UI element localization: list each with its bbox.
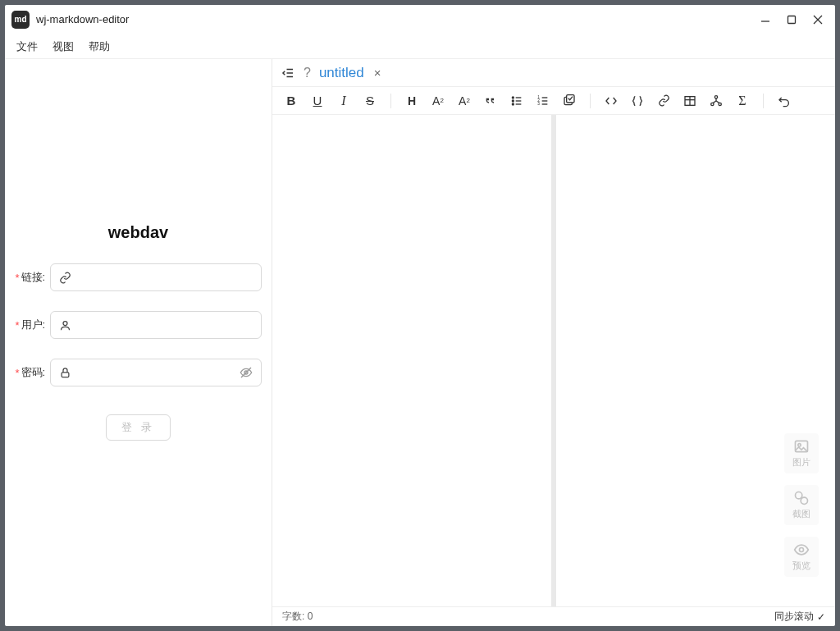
titlebar-left: md wj-markdown-editor [11, 11, 129, 29]
field-user: * 用户: [16, 311, 262, 339]
menu-help[interactable]: 帮助 [89, 39, 110, 54]
diagram-button[interactable] [709, 94, 724, 108]
code-button[interactable] [604, 94, 619, 108]
user-input[interactable] [78, 319, 252, 332]
toolbar-separator [390, 94, 391, 108]
insert-image-button[interactable]: 图片 [784, 433, 819, 473]
superscript-button[interactable]: A2 [457, 94, 472, 108]
svg-line-38 [801, 497, 802, 499]
link-icon [59, 272, 71, 284]
required-asterisk: * [16, 319, 20, 332]
svg-rect-5 [62, 372, 69, 377]
svg-point-11 [512, 97, 514, 98]
preview-button[interactable]: 预览 [784, 537, 819, 577]
menu-file[interactable]: 文件 [16, 39, 38, 54]
statusbar: 字数: 0 同步滚动 ✓ [272, 606, 835, 626]
menubar: 文件 视图 帮助 [5, 34, 835, 59]
heading-button[interactable]: H [404, 94, 419, 108]
table-button[interactable] [682, 94, 697, 108]
svg-point-39 [800, 548, 804, 552]
wordcount-value: 0 [308, 610, 313, 622]
sidebar-heading: webdav [108, 223, 168, 242]
strikethrough-button[interactable]: S [363, 94, 377, 108]
italic-button[interactable]: I [336, 94, 351, 108]
user-label: 用户: [21, 318, 46, 332]
tab-untitled[interactable]: untitled [319, 65, 364, 81]
wordcount-label: 字数: [282, 610, 304, 622]
screenshot-label: 截图 [792, 508, 810, 520]
toolbar-separator [763, 94, 764, 108]
svg-point-4 [63, 321, 67, 325]
login-button[interactable]: 登 录 [106, 414, 171, 441]
svg-line-32 [713, 101, 716, 103]
toolbar-separator [590, 94, 591, 108]
underline-button[interactable]: U [310, 94, 325, 108]
field-link: * 链接: [16, 263, 262, 291]
menu-view[interactable]: 视图 [52, 39, 74, 54]
toggle-password-icon[interactable] [240, 366, 253, 379]
svg-rect-1 [788, 16, 796, 23]
help-icon[interactable]: ? [304, 66, 311, 80]
user-icon [59, 319, 71, 332]
unordered-list-button[interactable] [509, 94, 524, 108]
titlebar: md wj-markdown-editor [5, 5, 835, 34]
svg-point-13 [512, 100, 514, 102]
user-input-wrap [50, 311, 261, 339]
subscript-button[interactable]: A2 [431, 94, 445, 108]
editor-area: ? untitled × B U I S H A2 A2 [272, 59, 835, 626]
password-input-wrap [50, 359, 261, 386]
maximize-button[interactable] [786, 14, 797, 25]
editor-body [272, 115, 835, 606]
task-list-button[interactable] [562, 94, 577, 108]
check-icon: ✓ [817, 611, 825, 623]
svg-point-35 [798, 444, 801, 446]
tabbar: ? untitled × [272, 59, 835, 87]
app-window: md wj-markdown-editor 文件 视图 帮助 webdav * … [5, 5, 835, 626]
formula-button[interactable]: Σ [735, 94, 750, 108]
svg-point-15 [512, 103, 514, 105]
required-asterisk: * [16, 272, 20, 284]
toolbar: B U I S H A2 A2 123 [272, 87, 835, 115]
outdent-icon[interactable] [281, 66, 295, 80]
app-title: wj-markdown-editor [36, 13, 129, 25]
wordcount: 字数: 0 [282, 610, 313, 624]
lock-icon [59, 367, 71, 379]
undo-button[interactable] [777, 94, 792, 108]
link-input-wrap [50, 263, 261, 291]
link-label: 链接: [21, 270, 46, 285]
quote-button[interactable] [483, 94, 498, 108]
floating-tools: 图片 截图 预览 [784, 433, 819, 577]
window-controls [760, 14, 829, 25]
svg-line-33 [716, 101, 719, 103]
required-asterisk: * [16, 367, 20, 379]
minimize-button[interactable] [760, 14, 771, 25]
close-button[interactable] [812, 14, 824, 25]
ordered-list-button[interactable]: 123 [536, 94, 550, 108]
sidebar: webdav * 链接: * 用户: [5, 59, 272, 626]
link-button[interactable] [656, 94, 671, 108]
sync-scroll-label: 同步滚动 [774, 610, 814, 624]
field-password: * 密码: [16, 359, 262, 386]
svg-text:3: 3 [537, 102, 540, 106]
sync-scroll-toggle[interactable]: 同步滚动 ✓ [774, 610, 825, 624]
close-tab-icon[interactable]: × [374, 66, 381, 80]
insert-image-label: 图片 [792, 456, 810, 469]
link-input[interactable] [78, 272, 252, 284]
bold-button[interactable]: B [284, 94, 299, 108]
preview-label: 预览 [792, 560, 810, 572]
main-area: webdav * 链接: * 用户: [5, 59, 835, 626]
app-icon: md [11, 11, 30, 29]
svg-point-28 [714, 95, 717, 98]
inline-code-button[interactable] [630, 94, 645, 108]
password-label: 密码: [21, 365, 46, 380]
screenshot-button[interactable]: 截图 [784, 485, 819, 525]
editor-source-pane[interactable] [272, 115, 551, 606]
password-input[interactable] [78, 367, 232, 379]
